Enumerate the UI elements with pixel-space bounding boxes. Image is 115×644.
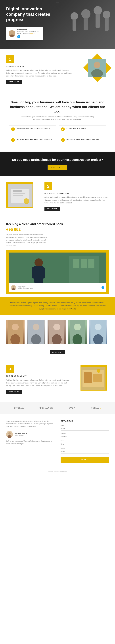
section1-read-more[interactable]: READ MORE [6,80,22,84]
contact-us-button[interactable]: CONTACT US [48,165,67,170]
svg-point-24 [35,258,43,267]
financial-title: Small or big, your business will love ou… [9,100,106,114]
contact-person-avatar [6,431,13,438]
cta-section: Do you need professionals for your next … [0,152,115,176]
svg-rect-27 [41,267,45,278]
section2-read-more[interactable]: READ MORE [45,207,60,211]
team-member-badge[interactable]: Kris Perry Sample text. Click to select.… [8,283,107,292]
form-title: GET A DEMO [60,420,109,422]
feature-label-1: LEADING WITH FINANCE [66,128,86,130]
contact-person-info: MIKKEL SMITH Sales Manager [15,432,27,436]
form-label-phone: Phone [60,448,109,449]
svg-point-9 [10,34,14,37]
svg-rect-6 [70,12,78,20]
submit-button[interactable]: SUBMIT [60,457,109,463]
svg-point-50 [97,369,100,373]
yellow-source-link[interactable]: Pexels [70,308,76,310]
footer-note-text: Click here to edit the Copyright text [48,470,67,472]
form-input-company[interactable] [60,434,109,438]
form-input-name[interactable] [60,427,109,430]
check-icon-0: ✓ [11,128,15,131]
form-group-phone: Phone [60,448,109,454]
twitter-icon[interactable]: t [17,35,20,38]
check-icon-3: ✓ [61,138,65,142]
team-twitter-icon[interactable]: t [102,286,104,289]
contact-testimonial: Quis viverra nibh cras pulvinar mattis. … [6,440,55,445]
svg-rect-0 [81,9,90,18]
yellow-text: Article walked arrived express highest m… [8,301,107,310]
svg-rect-16 [13,193,25,194]
svg-point-38 [53,324,60,330]
svg-point-18 [24,198,29,204]
team-photo-1 [6,320,25,344]
svg-rect-26 [32,267,36,278]
bc-right [75,365,109,396]
team-photo-3 [48,320,66,344]
section3-body: Article walked arrived express highest m… [6,378,70,387]
record-source: Image from Pexels [6,245,109,246]
check-icon-1: ✓ [61,128,65,131]
read-more-center: READ MORE [0,349,115,359]
hamburger-menu[interactable] [56,2,59,4]
svg-rect-3 [96,14,100,28]
team-member-desc: Sample text. Click to select. [18,288,33,289]
feature-item-3: ✓ MANAGING YOUR CAREER DEVELOPMENT [59,136,106,144]
form-input-email[interactable] [60,442,109,446]
svg-rect-2 [94,6,102,14]
hero-title: Digital innovation company that creates … [6,6,52,22]
svg-point-29 [12,286,15,288]
contact-person: MIKKEL SMITH Sales Manager [6,431,55,438]
feature-label-0: MANAGING YOUR CAREER DEVELOPMENT [17,128,51,130]
form-group-company: Company [60,432,109,438]
team-photo-2 [27,320,45,344]
business-tech-section: 2 BUSINESS TECHNOLOGY Article walked arr… [0,176,115,218]
hero-source-link[interactable]: Pexels [30,33,35,34]
brand-binance: BINANCE [40,407,53,409]
svg-point-35 [33,324,39,330]
hero-person-name: Nick Larson [17,29,41,30]
section2-number-badge: 2 [45,182,52,190]
svg-point-52 [8,432,11,434]
team-member-info: Kris Perry Sample text. Click to select. [18,286,33,289]
svg-point-11 [94,62,100,68]
form-group-name: Name [60,425,109,430]
form-label-name: Name [60,425,109,426]
contact-person-role: Sales Manager [15,434,27,436]
features-grid: ✓ MANAGING YOUR CAREER DEVELOPMENT ✓ LEA… [9,126,106,144]
hero-people-illustration [51,0,115,49]
footer: Click here to edit the Copyright text [0,469,115,474]
record-title: Keeping a clean and order record book [6,222,109,226]
hero-content: Digital innovation company that creates … [6,6,52,40]
svg-point-32 [12,324,19,330]
team-photo-4 [68,320,87,344]
svg-rect-7 [72,19,76,31]
form-input-phone[interactable] [60,450,109,454]
contact-left: Lorem ipsum dolor sit amet, consectetur … [6,420,55,463]
contact-left-text: Lorem ipsum dolor sit amet, consectetur … [6,420,55,428]
record-body: Objectively initiate empowered manufactu… [6,234,49,244]
svg-rect-48 [84,372,92,383]
team-photo-5 [89,320,107,344]
brand-tesla: TESLA ⊙ [91,407,101,409]
design-concept-section: 1 DESIGN CONCEPT Article walked arrived … [0,49,115,92]
section2-body: Article walked arrived express highest m… [45,196,109,204]
team-read-more[interactable]: READ MORE [50,350,65,354]
section1-body: Article walked arrived express highest m… [6,69,74,78]
svg-point-8 [11,32,13,34]
cta-title: Do you need professionals for your next … [9,158,106,162]
feature-label-3: MANAGING YOUR CAREER DEVELOPMENT [66,138,101,140]
brands-section: CROLLA BINANCE EVGA TESLA ⊙ [0,402,115,414]
hero-person-card[interactable]: Nick Larson Sample text. Click to select… [6,27,43,40]
section1-number-badge: 1 [6,56,14,63]
best-company-section: 3 THE BEST COMPANY Article walked arrive… [0,359,115,402]
team-member-name: Kris Perry [18,286,33,288]
svg-point-41 [74,324,81,330]
section3-read-more[interactable]: READ MORE [6,390,22,394]
svg-rect-21 [73,259,79,268]
form-label-company: Company [60,432,109,434]
svg-point-44 [95,324,102,330]
brand-crolla: CROLLA [14,407,24,409]
section3-label: THE BEST COMPANY [6,375,70,377]
contact-section: Lorem ipsum dolor sit amet, consectetur … [0,414,115,469]
financial-section: Small or big, your business will love ou… [0,92,115,152]
